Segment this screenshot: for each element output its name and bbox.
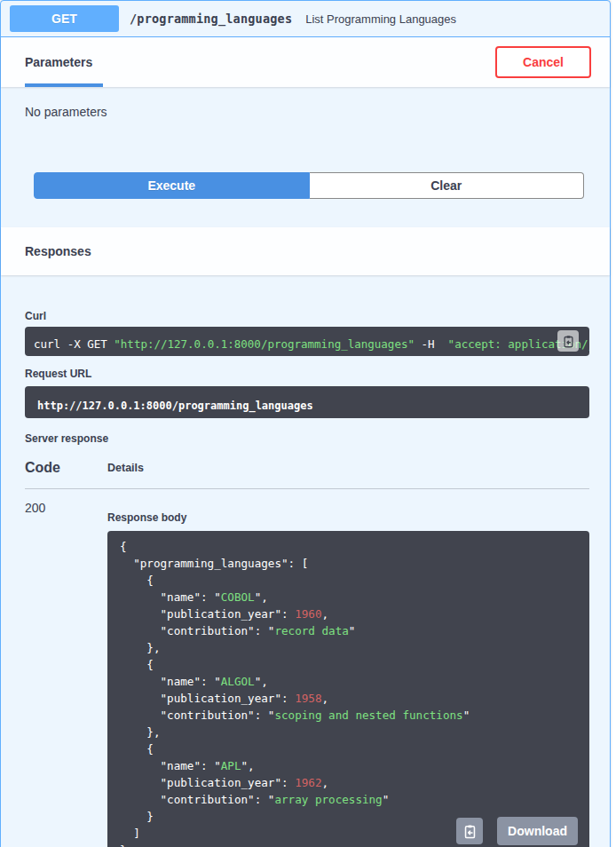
response-json-text: { "programming_languages": [ { "name": "… [120, 538, 580, 847]
active-tab-underline [25, 83, 103, 87]
tab-parameters[interactable]: Parameters [25, 37, 103, 87]
copy-response-button[interactable] [456, 818, 483, 844]
details-column-header: Details [107, 462, 589, 474]
http-method-badge: GET [10, 5, 119, 32]
table-divider [25, 488, 589, 489]
download-button[interactable]: Download [497, 817, 578, 845]
endpoint-path: /programming_languages [130, 12, 292, 26]
cancel-button[interactable]: Cancel [495, 46, 591, 78]
responses-title: Responses [25, 244, 91, 258]
operation-header[interactable]: GET /programming_languages List Programm… [1, 1, 610, 37]
parameters-tab-label: Parameters [25, 55, 92, 69]
clipboard-icon [462, 824, 478, 839]
status-code: 200 [25, 501, 107, 515]
no-parameters-text: No parameters [1, 87, 610, 137]
response-body-actions: Download [456, 817, 578, 845]
clear-button[interactable]: Clear [310, 172, 585, 199]
request-url-label: Request URL [25, 368, 589, 380]
response-table-header: Code Details [25, 460, 589, 476]
response-body-label: Response body [107, 511, 589, 524]
request-url-block: http://127.0.0.1:8000/programming_langua… [25, 386, 589, 418]
curl-label: Curl [25, 310, 589, 322]
endpoint-summary: List Programming Languages [305, 12, 456, 26]
responses-body: Curl curl -X GET "http://127.0.0.1:8000/… [1, 275, 610, 847]
responses-section-header: Responses [1, 227, 610, 275]
code-column-header: Code [25, 460, 107, 476]
parameters-section-header: Parameters Cancel [1, 37, 610, 87]
execute-button-row: Execute Clear [34, 172, 584, 199]
curl-command-text: curl -X GET "http://127.0.0.1:8000/progr… [34, 337, 589, 351]
copy-curl-button[interactable] [557, 330, 579, 352]
server-response-label: Server response [25, 432, 589, 445]
response-body-block: { "programming_languages": [ { "name": "… [107, 531, 589, 847]
request-url-text: http://127.0.0.1:8000/programming_langua… [37, 400, 313, 412]
response-table-row: 200 Response body { "programming_languag… [25, 501, 589, 847]
clipboard-icon [562, 335, 575, 348]
execute-button[interactable]: Execute [34, 172, 310, 199]
curl-command-block: curl -X GET "http://127.0.0.1:8000/progr… [25, 327, 589, 356]
operation-panel: GET /programming_languages List Programm… [0, 0, 611, 847]
